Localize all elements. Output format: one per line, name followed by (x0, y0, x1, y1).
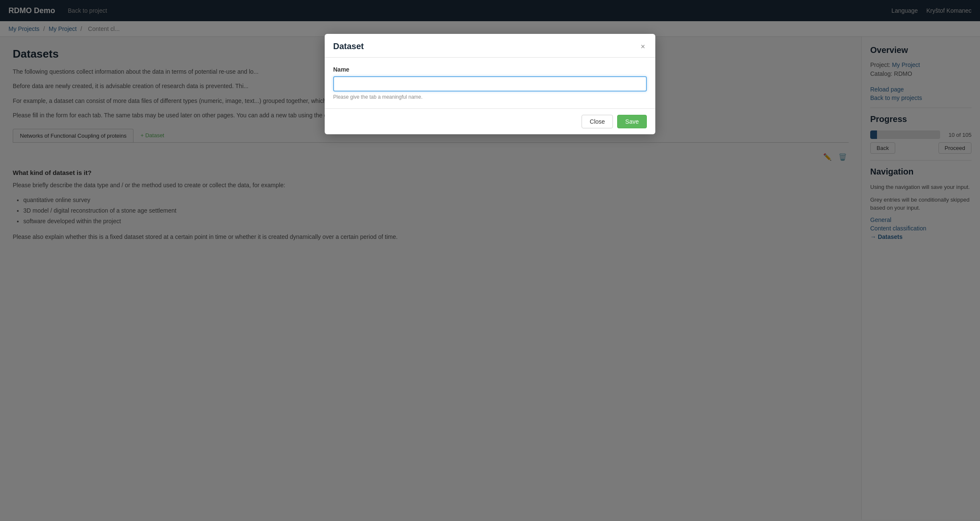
modal-close-x-button[interactable]: × (639, 43, 647, 50)
modal-header: Dataset × (325, 34, 655, 58)
save-button[interactable]: Save (617, 115, 647, 128)
name-hint: Please give the tab a meaningful name. (333, 94, 647, 100)
modal-footer: Close Save (325, 108, 655, 134)
modal-body: Name Please give the tab a meaningful na… (325, 58, 655, 108)
close-button[interactable]: Close (582, 115, 613, 128)
dataset-modal: Dataset × Name Please give the tab a mea… (325, 34, 655, 134)
modal-title: Dataset (333, 42, 364, 51)
modal-overlay[interactable]: Dataset × Name Please give the tab a mea… (0, 0, 980, 520)
name-label: Name (333, 66, 647, 73)
name-input[interactable] (333, 76, 647, 91)
